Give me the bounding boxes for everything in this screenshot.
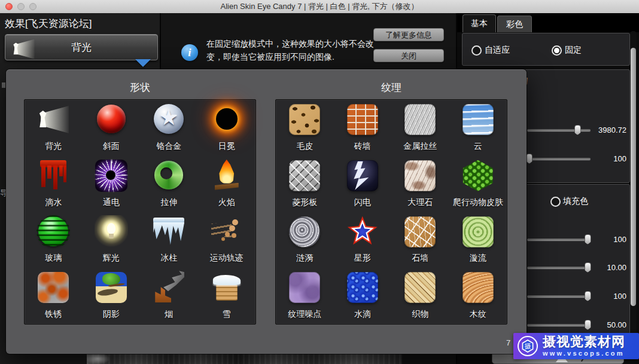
slider-row: 10.00 (527, 262, 626, 273)
preview-image-strip (87, 354, 402, 364)
glass-icon (38, 216, 68, 246)
textures-grid: 毛皮 砖墙 金属拉丝 云 菱形板 闪电 大理石 爬行动物皮肤 涟漪 星形 石墙 … (275, 99, 507, 325)
snow-icon (210, 271, 244, 304)
texture-item-weave[interactable]: 织物 (391, 268, 449, 324)
radio-fixed[interactable] (552, 45, 562, 56)
chevron-down-icon[interactable] (135, 59, 151, 67)
radio-adaptive-label: 自适应 (485, 45, 510, 56)
water-drops-icon (347, 272, 378, 303)
slider-row: 100 (527, 154, 626, 164)
texture-item-lightning[interactable]: 闪电 (334, 156, 392, 212)
ripples-icon (289, 216, 320, 247)
clipped-sidebar-icon (2, 82, 5, 88)
slider-track[interactable] (527, 238, 591, 241)
title-bar: Alien Skin Eye Candy 7 | 背光 | 白色 | 背光, 下… (0, 0, 639, 14)
shape-item-glow[interactable]: 辉光 (83, 212, 141, 268)
shapes-title: 形状 (24, 80, 256, 96)
learn-more-button[interactable]: 了解更多信息 (373, 28, 444, 41)
texture-item-marble[interactable]: 大理石 (391, 156, 449, 212)
brushed-metal-icon (404, 104, 436, 135)
close-notice-button[interactable]: 关闭 (373, 49, 444, 62)
star-icon (347, 216, 378, 247)
slider-track[interactable] (527, 129, 591, 131)
shape-item-chrome[interactable]: 铬合金 (140, 100, 198, 156)
shape-item-rust[interactable]: 铁锈 (25, 268, 83, 324)
texture-item-star[interactable]: 星形 (334, 212, 392, 268)
texture-item-water-drops[interactable]: 水滴 (334, 268, 392, 324)
texture-item-brick-wall[interactable]: 砖墙 (334, 100, 392, 156)
effect-picker-popup: 形状 背光 斜面 铬合金 日冕 滴水 通电 拉伸 火焰 玻璃 辉光 冰柱 运动轨… (6, 69, 527, 354)
shape-item-icicle[interactable]: 冰柱 (140, 212, 198, 268)
bevel-icon (97, 105, 126, 133)
slider-track[interactable] (527, 295, 591, 298)
slider-value: 3980.72 (585, 125, 626, 135)
texture-item-brushed-metal[interactable]: 金属拉丝 (391, 100, 449, 156)
glow-icon (95, 215, 128, 249)
slider-row: 50.00 (527, 320, 626, 330)
motion-trail-icon (210, 215, 244, 249)
radio-fixed-label: 固定 (565, 45, 582, 56)
radio-adaptive[interactable] (471, 45, 482, 56)
texture-item-reptile-skin[interactable]: 爬行动物皮肤 (449, 156, 507, 212)
texture-item-fur[interactable]: 毛皮 (276, 100, 334, 156)
shape-item-glass[interactable]: 玻璃 (25, 212, 83, 268)
fill-color-label: 填充色 (563, 196, 588, 207)
shape-item-drip[interactable]: 滴水 (25, 156, 83, 212)
extrude-icon (154, 161, 183, 189)
radio-fill-color[interactable] (550, 197, 561, 207)
shape-item-snow[interactable]: 雪 (198, 268, 256, 324)
close-window-button[interactable] (5, 3, 13, 10)
chrome-icon (154, 104, 184, 134)
diamond-plate-icon (289, 160, 320, 191)
scrollbar-thumb[interactable] (631, 48, 636, 306)
shape-item-extrude[interactable]: 拉伸 (140, 156, 198, 212)
shape-item-fire[interactable]: 火焰 (198, 156, 256, 212)
texture-item-stone-wall[interactable]: 石墙 (391, 212, 449, 268)
window-title: Alien Skin Eye Candy 7 | 背光 | 白色 | 背光, 下… (221, 1, 419, 12)
brick-wall-icon (347, 104, 378, 135)
shadow-icon (96, 272, 127, 303)
slider-thumb[interactable] (526, 154, 532, 164)
slider-track[interactable] (527, 324, 591, 326)
texture-item-texture-noise[interactable]: 纹理噪点 (276, 268, 334, 324)
shape-item-shadow[interactable]: 阴影 (83, 268, 141, 324)
reptile-skin-icon (462, 160, 494, 191)
shape-item-motion-trail[interactable]: 运动轨迹 (198, 212, 256, 268)
scrollbar-track[interactable] (630, 31, 637, 337)
fur-icon (289, 104, 320, 135)
slider-thumb[interactable] (574, 125, 581, 135)
texture-item-ripples[interactable]: 涟漪 (276, 212, 334, 268)
tab-basic[interactable]: 基本 (462, 14, 496, 32)
shape-item-smoke[interactable]: 烟 (140, 268, 198, 324)
texture-item-wood-grain[interactable]: 木纹 (449, 268, 507, 324)
zoom-window-button[interactable] (29, 3, 36, 10)
watermark-site-name: 摄视觉素材网 (543, 335, 625, 348)
slider-track[interactable] (527, 267, 591, 269)
texture-item-clouds[interactable]: 云 (449, 100, 507, 156)
clipped-version-text: 7 (506, 338, 510, 347)
slider-row: 100 (527, 291, 626, 301)
shape-item-bevel[interactable]: 斜面 (83, 100, 141, 156)
tab-color[interactable]: 彩色 (497, 16, 532, 32)
smoke-icon (152, 271, 185, 304)
texture-item-swirl[interactable]: 漩流 (449, 212, 507, 268)
shape-item-corona[interactable]: 日冕 (198, 100, 256, 156)
weave-icon (404, 272, 436, 303)
watermark-logo-icon: 摄 (518, 336, 538, 356)
corona-icon (216, 108, 238, 130)
textures-title: 纹理 (275, 80, 507, 96)
slider-value: 100 (585, 234, 626, 244)
shape-item-electrify[interactable]: 通电 (83, 156, 141, 212)
slider-value: 10.00 (585, 262, 626, 273)
wood-grain-icon (462, 272, 494, 303)
swirl-icon (462, 216, 494, 247)
slider-value: 100 (585, 291, 626, 301)
preset-dropdown-button[interactable]: 背光 (5, 34, 158, 60)
preset-label: 背光 (5, 41, 157, 54)
shape-item-backlight[interactable]: 背光 (25, 100, 83, 156)
app-window: Alien Skin Eye Candy 7 | 背光 | 白色 | 背光, 下… (0, 0, 639, 364)
slider-track[interactable] (527, 158, 591, 160)
marble-icon (404, 160, 436, 191)
texture-item-diamond-plate[interactable]: 菱形板 (276, 156, 334, 212)
minimize-window-button[interactable] (17, 3, 25, 10)
